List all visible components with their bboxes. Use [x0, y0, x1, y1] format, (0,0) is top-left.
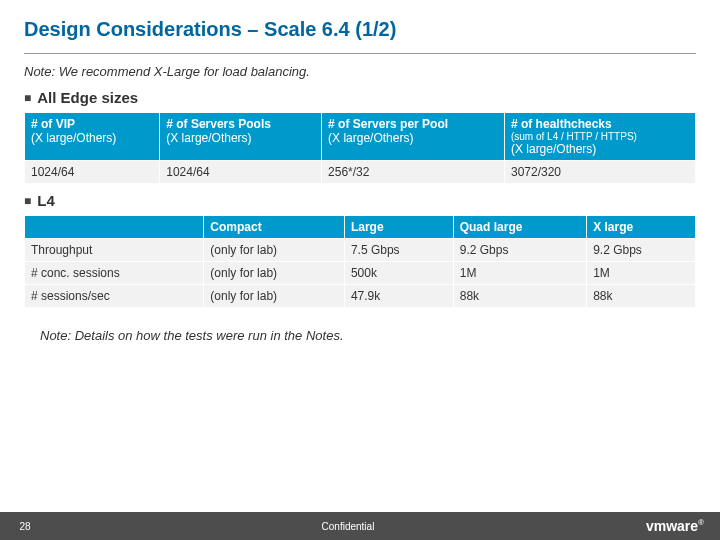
table-row: # sessions/sec (only for lab) 47.9k 88k … — [25, 285, 696, 308]
col-vip: # of VIP(X large/Others) — [25, 113, 160, 161]
edge-sizes-table: # of VIP(X large/Others) # of Servers Po… — [24, 112, 696, 184]
col-compact: Compact — [204, 216, 345, 239]
table-row: # conc. sessions (only for lab) 500k 1M … — [25, 262, 696, 285]
tests-note: Note: Details on how the tests were run … — [0, 316, 720, 355]
col-pools: # of Servers Pools(X large/Others) — [160, 113, 322, 161]
vmware-logo: vmware® — [646, 518, 720, 534]
page-title: Design Considerations – Scale 6.4 (1/2) — [0, 0, 720, 49]
section-all-edge: All Edge sizes — [0, 89, 720, 110]
recommendation-note: Note: We recommend X-Large for load bala… — [0, 64, 720, 89]
l4-table: Compact Large Quad large X large Through… — [24, 215, 696, 308]
confidential-label: Confidential — [50, 521, 646, 532]
col-quad: Quad large — [453, 216, 586, 239]
section-l4: L4 — [0, 192, 720, 213]
col-healthchecks: # of healthchecks(sum of L4 / HTTP / HTT… — [504, 113, 695, 161]
table-row: Throughput (only for lab) 7.5 Gbps 9.2 G… — [25, 239, 696, 262]
footer: 28 Confidential vmware® — [0, 512, 720, 540]
col-large: Large — [344, 216, 453, 239]
col-xlarge: X large — [587, 216, 696, 239]
slide: Design Considerations – Scale 6.4 (1/2) … — [0, 0, 720, 540]
col-metric — [25, 216, 204, 239]
table-row: 1024/64 1024/64 256*/32 3072/320 — [25, 161, 696, 184]
divider — [24, 53, 696, 54]
col-servers-per-pool: # of Servers per Pool(X large/Others) — [322, 113, 505, 161]
page-number: 28 — [0, 521, 50, 532]
